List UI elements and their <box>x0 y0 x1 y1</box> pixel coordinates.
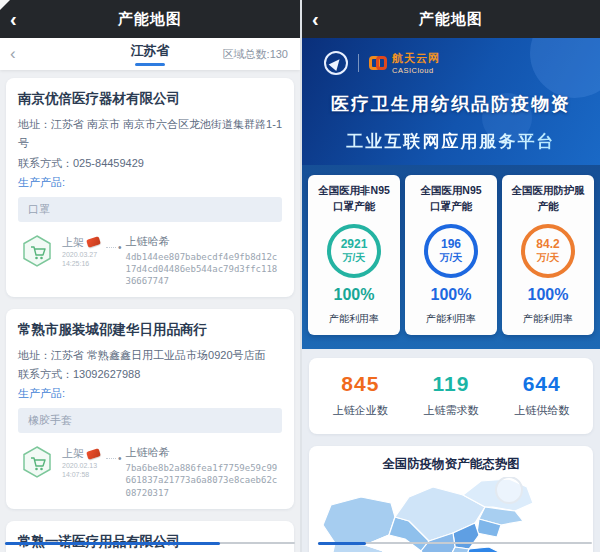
company-name: 常熟市服装城邵建华日用品商行 <box>18 321 282 339</box>
stat-enterprises: 845 上链企业数 <box>315 372 406 418</box>
chain-hash-block: 上链哈希 7ba6be8b2a886fea1f7759e59c99661837a… <box>126 445 282 498</box>
ribbon-icon <box>86 236 101 248</box>
address-value: 江苏省 南京市 南京市六合区龙池街道集群路1-1号 <box>18 118 282 149</box>
stat-label: 上链需求数 <box>406 403 497 418</box>
banner-title: 医疗卫生用纺织品防疫物资 <box>302 92 600 116</box>
hash-label: 上链哈希 <box>126 445 282 460</box>
products-label: 生产产品: <box>18 173 282 193</box>
tab-province-label: 江苏省 <box>131 43 170 58</box>
capacity-ring: 196 万/天 <box>424 224 478 278</box>
right-app-header: ‹ 产能地图 <box>302 0 600 38</box>
shelf-label: 上架 <box>62 446 84 461</box>
hash-value: 7ba6be8b2a886fea1f7759e59c99661837a21773… <box>126 462 282 498</box>
china-map[interactable] <box>313 477 591 552</box>
utilization-label: 产能利用率 <box>311 312 397 326</box>
map-highlight-circle <box>496 477 522 503</box>
map-title: 全国防疫物资产能态势图 <box>313 456 589 473</box>
product-tag: 橡胶手套 <box>18 408 282 433</box>
shelf-time: 14:07:58 <box>62 470 100 479</box>
brand-text: 航天云网 CASICloud <box>392 51 440 75</box>
stat-label: 上链供给数 <box>496 403 587 418</box>
address-label: 地址： <box>18 349 51 361</box>
connector-dot: • <box>118 242 122 253</box>
capacity-title: 全国医用非N95口罩产能 <box>311 183 397 215</box>
screenshot-pair: ‹ 产能地图 ‹ 江苏省 区域总数:130 南京优倍医疗器材有限公司 地址：江苏… <box>0 0 600 552</box>
company-address: 地址：江苏省 常熟鑫鑫日用工业品市场0920号店面 <box>18 346 282 365</box>
shelf-hexagon-badge-icon <box>20 445 54 479</box>
address-label: 地址： <box>18 118 51 130</box>
shelf-label: 上架 <box>62 235 84 250</box>
region-count: 区域总数:130 <box>223 47 288 62</box>
province-subheader: ‹ 江苏省 区域总数:130 <box>0 38 300 70</box>
chain-stats-card: 845 上链企业数 119 上链需求数 644 上链供给数 <box>309 358 593 434</box>
dotted-connector: • <box>106 242 122 253</box>
company-list: 南京优倍医疗器材有限公司 地址：江苏省 南京市 南京市六合区龙池街道集群路1-1… <box>0 70 300 552</box>
page-title: 产能地图 <box>419 10 483 29</box>
hero-banner: 航天云网 CASICloud 医疗卫生用纺织品防疫物资 工业互联网应用服务平台 <box>302 38 600 165</box>
capacity-ring: 84.2 万/天 <box>521 224 575 278</box>
brand-subname: CASICloud <box>392 66 440 75</box>
left-app-panel: ‹ 产能地图 ‹ 江苏省 区域总数:130 南京优倍医疗器材有限公司 地址：江苏… <box>0 0 300 552</box>
utilization-label: 产能利用率 <box>505 312 591 326</box>
stat-supplies: 644 上链供给数 <box>496 372 587 418</box>
brand-divider <box>358 54 359 72</box>
back-icon[interactable]: ‹ <box>312 0 319 38</box>
company-card[interactable]: 常熟一诺医疗用品有限公司 地址：江苏省 江苏常熟市支塘镇 联系方式：0512-5… <box>6 521 294 552</box>
utilization-rate: 100% <box>505 286 591 304</box>
products-label: 生产产品: <box>18 384 282 404</box>
shelf-status: 上架 2020.03.27 14:25:16 <box>62 234 100 268</box>
stat-demands: 119 上链需求数 <box>406 372 497 418</box>
company-name: 南京优倍医疗器材有限公司 <box>18 90 282 108</box>
shelf-date: 2020.03.27 <box>62 250 100 259</box>
utilization-rate: 100% <box>408 286 494 304</box>
hash-value: 4db144ee807babecdf4e9fb8d12c17d4cd04486e… <box>126 251 282 287</box>
casic-logo-icon <box>324 51 348 75</box>
capacity-value: 2921 <box>341 238 368 251</box>
right-app-panel: ‹ 产能地图 航天云网 CASICloud 医疗卫生用纺织品防疫物资 工业互联网… <box>300 0 600 552</box>
capacity-unit: 万/天 <box>440 252 463 263</box>
stat-label: 上链企业数 <box>315 403 406 418</box>
ribbon-icon <box>86 448 101 460</box>
company-contact: 联系方式：025-84459429 <box>18 154 282 173</box>
capacity-map-card: 全国防疫物资产能态势图 <box>309 446 593 552</box>
utilization-label: 产能利用率 <box>408 312 494 326</box>
brand-row: 航天云网 CASICloud <box>302 48 600 78</box>
chain-info-row: 上架 2020.03.27 14:25:16 • 上链哈希 4db144ee80… <box>18 234 282 287</box>
contact-value: 13092627988 <box>73 368 140 380</box>
chain-hash-block: 上链哈希 4db144ee807babecdf4e9fb8d12c17d4cd0… <box>126 234 282 287</box>
left-app-header: ‹ 产能地图 <box>0 0 300 38</box>
capacity-card-non-n95: 全国医用非N95口罩产能 2921 万/天 100% 产能利用率 <box>308 175 400 335</box>
page-title: 产能地图 <box>118 10 182 29</box>
shelf-hexagon-badge-icon <box>20 234 54 268</box>
back-icon[interactable]: ‹ <box>10 0 17 38</box>
stat-value: 119 <box>406 372 497 396</box>
capacity-card-protective-suit: 全国医用防护服产能 84.2 万/天 100% 产能利用率 <box>502 175 594 335</box>
capacity-unit: 万/天 <box>343 252 366 263</box>
capacity-ring: 2921 万/天 <box>327 224 381 278</box>
contact-value: 025-84459429 <box>73 157 144 169</box>
contact-label: 联系方式： <box>18 157 73 169</box>
company-card[interactable]: 常熟市服装城邵建华日用品商行 地址：江苏省 常熟鑫鑫日用工业品市场0920号店面… <box>6 309 294 509</box>
company-card[interactable]: 南京优倍医疗器材有限公司 地址：江苏省 南京市 南京市六合区龙池街道集群路1-1… <box>6 78 294 297</box>
chain-info-row: 上架 2020.02.13 14:07:58 • 上链哈希 7ba6be8b2a… <box>18 445 282 498</box>
utilization-rate: 100% <box>311 286 397 304</box>
hash-label: 上链哈希 <box>126 234 282 249</box>
stat-value: 644 <box>496 372 587 396</box>
banner-subtitle: 工业互联网应用服务平台 <box>302 130 600 153</box>
dotted-connector: • <box>106 453 122 464</box>
casicloud-logo-icon <box>369 56 387 70</box>
capacity-cards-row: 全国医用非N95口罩产能 2921 万/天 100% 产能利用率 全国医用N95… <box>302 165 600 349</box>
contact-label: 联系方式： <box>18 368 73 380</box>
connector-dot: • <box>118 453 122 464</box>
product-tag: 口罩 <box>18 197 282 222</box>
shelf-date: 2020.02.13 <box>62 461 100 470</box>
capacity-value: 84.2 <box>536 238 559 251</box>
address-value: 江苏省 常熟鑫鑫日用工业品市场0920号店面 <box>51 349 266 361</box>
video-progress-fill[interactable] <box>318 542 366 545</box>
stat-value: 845 <box>315 372 406 396</box>
shelf-time: 14:25:16 <box>62 259 100 268</box>
capacity-unit: 万/天 <box>537 252 560 263</box>
tab-underline <box>135 63 165 66</box>
capacity-value: 196 <box>441 238 461 251</box>
video-progress-fill[interactable] <box>5 542 220 545</box>
